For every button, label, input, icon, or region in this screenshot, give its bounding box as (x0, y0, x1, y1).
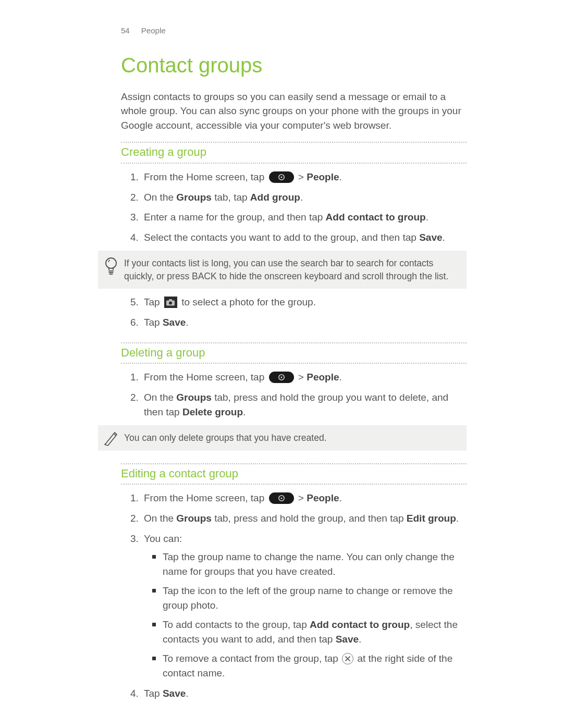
creating-step-5: 5. Tap to select a photo for the group. (144, 295, 467, 310)
svg-point-9 (280, 498, 282, 499)
remove-x-icon (342, 653, 353, 664)
svg-point-1 (280, 177, 282, 178)
editing-heading: Editing a contact group (121, 463, 467, 485)
editing-step-4: 4. Tap Save. (144, 686, 467, 701)
deleting-heading: Deleting a group (121, 342, 467, 364)
creating-step-2: 2. On the Groups tab, tap Add group. (144, 190, 467, 205)
creating-step-1: 1. From the Home screen, tap > People. (144, 170, 467, 184)
creating-heading: Creating a group (121, 142, 467, 164)
editing-step-2: 2. On the Groups tab, press and hold the… (144, 511, 467, 526)
editing-bullet-3: To add contacts to the group, tap Add co… (163, 618, 467, 646)
svg-point-5 (169, 301, 172, 304)
editing-bullet-2: Tap the icon to the left of the group na… (163, 584, 467, 612)
note-text: You can only delete groups that you have… (124, 433, 327, 443)
deleting-step-2: 2. On the Groups tab, press and hold the… (144, 390, 467, 419)
page-header: 54 People (121, 25, 467, 36)
editing-bullet-1: Tap the group name to change the name. Y… (163, 550, 467, 578)
svg-rect-4 (169, 299, 172, 301)
intro-paragraph: Assign contacts to groups so you can eas… (121, 90, 467, 133)
tip-text: If your contacts list is long, you can u… (124, 258, 448, 281)
creating-step-4: 4. Select the contacts you want to add t… (144, 230, 467, 245)
pen-icon (103, 430, 119, 450)
svg-point-7 (280, 377, 282, 378)
deleting-step-1: 1. From the Home screen, tap > People. (144, 370, 467, 385)
page-title: Contact groups (121, 50, 467, 80)
creating-step-3: 3. Enter a name for the group, and then … (144, 210, 467, 225)
lightbulb-icon (103, 256, 119, 279)
page-number: 54 (121, 26, 130, 35)
creating-step-6: 6. Tap Save. (144, 315, 467, 330)
editing-step-1: 1. From the Home screen, tap > People. (144, 491, 467, 505)
camera-icon (164, 297, 177, 308)
section-name: People (141, 26, 166, 35)
apps-button-icon (269, 492, 294, 504)
apps-button-icon (269, 372, 294, 383)
editing-bullet-4: To remove a contact from the group, tap … (163, 651, 467, 680)
note-callout: You can only delete groups that you have… (98, 425, 467, 451)
tip-callout: If your contacts list is long, you can u… (98, 251, 467, 289)
editing-step-3: 3. You can: Tap the group name to change… (144, 532, 467, 681)
svg-point-2 (106, 258, 116, 268)
apps-button-icon (269, 171, 294, 183)
